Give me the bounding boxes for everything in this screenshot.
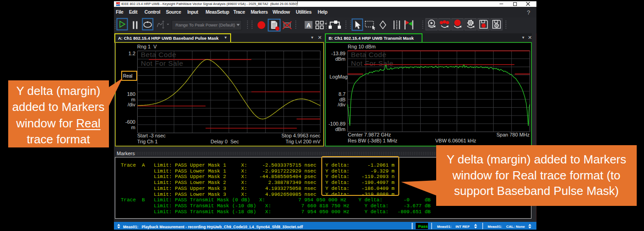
svg-text:Range To Peak Power (Default): Range To Peak Power (Default): [175, 23, 235, 27]
svg-text:A: A: [307, 22, 311, 29]
